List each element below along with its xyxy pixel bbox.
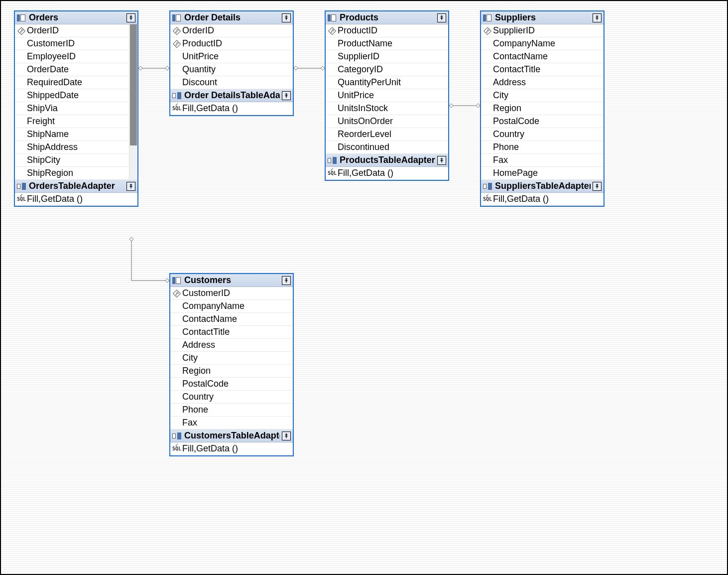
column-row[interactable]: ⚿OrderID (15, 24, 137, 37)
column-row[interactable]: UnitsOnOrder (326, 115, 448, 128)
entity-header[interactable]: Suppliers⤉ (481, 11, 604, 24)
collapse-icon[interactable]: ⤉ (126, 13, 135, 22)
sql-icon-slot: SQL (327, 170, 338, 176)
collapse-icon[interactable]: ⤉ (282, 13, 291, 22)
svg-marker-4 (294, 66, 298, 70)
collapse-icon[interactable]: ⤉ (126, 182, 135, 191)
column-row[interactable]: CategoryID (326, 63, 448, 76)
column-row[interactable]: ⚿CustomerID (170, 287, 293, 300)
column-row[interactable]: Freight (15, 115, 137, 128)
collapse-icon[interactable]: ⤉ (282, 431, 291, 440)
column-name: City (493, 90, 602, 101)
column-row[interactable]: ⚿SupplierID (481, 24, 604, 37)
column-row[interactable]: OrderDate (15, 63, 137, 76)
entity-products[interactable]: Products⤉⚿ProductIDProductNameSupplierID… (325, 10, 449, 181)
svg-marker-8 (476, 104, 480, 108)
column-row[interactable]: Country (170, 391, 293, 404)
adapter-method-row[interactable]: SQLFill,GetData () (170, 442, 293, 455)
vertical-scrollbar[interactable] (129, 24, 137, 180)
column-row[interactable]: Discontinued (326, 141, 448, 154)
adapter-method-row[interactable]: SQLFill,GetData () (170, 102, 293, 115)
column-row[interactable]: ProductName (326, 37, 448, 50)
column-row[interactable]: ShipCity (15, 154, 137, 167)
column-row[interactable]: ⚿OrderID (170, 24, 293, 37)
column-list: ⚿OrderIDCustomerIDEmployeeIDOrderDateReq… (15, 24, 137, 180)
column-row[interactable]: CustomerID (15, 37, 137, 50)
scrollbar-thumb[interactable] (130, 24, 137, 145)
column-row[interactable]: Region (481, 102, 604, 115)
column-row[interactable]: CompanyName (481, 37, 604, 50)
adapter-icon (483, 183, 492, 190)
column-row[interactable]: ⚿ProductID (326, 24, 448, 37)
column-name: Address (493, 77, 602, 88)
entity-header[interactable]: Products⤉ (326, 11, 448, 24)
entity-header[interactable]: Customers⤉ (170, 274, 293, 287)
column-row[interactable]: EmployeeID (15, 50, 137, 63)
collapse-icon[interactable]: ⤉ (593, 182, 602, 191)
adapter-header[interactable]: Order DetailsTableAdapter⤉ (170, 89, 293, 102)
column-row[interactable]: ShipName (15, 128, 137, 141)
column-row[interactable]: UnitsInStock (326, 102, 448, 115)
adapter-header[interactable]: SuppliersTableAdapter⤉ (481, 180, 604, 193)
column-row[interactable]: ShipRegion (15, 167, 137, 180)
column-row[interactable]: QuantityPerUnit (326, 76, 448, 89)
entity-header[interactable]: Orders⤉ (15, 11, 137, 24)
collapse-icon[interactable]: ⤉ (437, 156, 446, 165)
column-row[interactable]: Country (481, 128, 604, 141)
collapse-icon[interactable]: ⤉ (593, 13, 602, 22)
column-row[interactable]: CompanyName (170, 300, 293, 313)
column-row[interactable]: Region (170, 365, 293, 378)
column-name: Fax (182, 418, 291, 428)
column-name: UnitsOnOrder (338, 116, 446, 127)
entity-customers[interactable]: Customers⤉⚿CustomerIDCompanyNameContactN… (169, 273, 294, 456)
svg-marker-1 (138, 66, 142, 70)
column-row[interactable]: PostalCode (170, 378, 293, 391)
column-row[interactable]: Discount (170, 76, 293, 89)
svg-marker-5 (321, 66, 325, 70)
column-row[interactable]: ContactTitle (481, 63, 604, 76)
adapter-header[interactable]: CustomersTableAdapter⤉ (170, 430, 293, 442)
column-name: Discontinued (338, 142, 446, 152)
adapter-method-row[interactable]: SQLFill,GetData () (15, 193, 137, 206)
column-name: EmployeeID (27, 51, 135, 62)
adapter-method-row[interactable]: SQLFill,GetData () (326, 167, 448, 180)
entity-suppliers[interactable]: Suppliers⤉⚿SupplierIDCompanyNameContactN… (480, 10, 605, 207)
column-row[interactable]: HomePage (481, 167, 604, 180)
column-row[interactable]: Fax (170, 417, 293, 430)
adapter-header[interactable]: ProductsTableAdapter⤉ (326, 154, 448, 167)
key-icon-slot: ⚿ (171, 289, 182, 297)
column-row[interactable]: PostalCode (481, 115, 604, 128)
column-row[interactable]: Phone (481, 141, 604, 154)
column-row[interactable]: ⚿ProductID (170, 37, 293, 50)
column-row[interactable]: UnitPrice (170, 50, 293, 63)
column-row[interactable]: Quantity (170, 63, 293, 76)
column-row[interactable]: City (481, 89, 604, 102)
table-icon (172, 277, 181, 284)
column-row[interactable]: ShipVia (15, 102, 137, 115)
adapter-header[interactable]: OrdersTableAdapter⤉ (15, 180, 137, 193)
column-row[interactable]: Address (481, 76, 604, 89)
column-row[interactable]: Address (170, 339, 293, 352)
column-row[interactable]: Fax (481, 154, 604, 167)
column-row[interactable]: Phone (170, 404, 293, 417)
column-row[interactable]: ContactName (481, 50, 604, 63)
entity-header[interactable]: Order Details⤉ (170, 11, 293, 24)
dataset-designer-canvas[interactable]: Orders⤉⚿OrderIDCustomerIDEmployeeIDOrder… (0, 0, 728, 575)
column-row[interactable]: ShipAddress (15, 141, 137, 154)
column-row[interactable]: ReorderLevel (326, 128, 448, 141)
column-row[interactable]: RequiredDate (15, 76, 137, 89)
collapse-icon[interactable]: ⤉ (282, 91, 291, 100)
sql-icon-slot: SQL (171, 446, 182, 451)
column-row[interactable]: ContactTitle (170, 326, 293, 339)
collapse-icon[interactable]: ⤉ (437, 13, 446, 22)
column-row[interactable]: ContactName (170, 313, 293, 326)
entity-order-details[interactable]: Order Details⤉⚿OrderID⚿ProductIDUnitPric… (169, 10, 294, 116)
adapter-method-row[interactable]: SQLFill,GetData () (481, 193, 604, 206)
column-row[interactable]: City (170, 352, 293, 365)
entity-orders[interactable]: Orders⤉⚿OrderIDCustomerIDEmployeeIDOrder… (14, 10, 138, 207)
column-row[interactable]: UnitPrice (326, 89, 448, 102)
column-row[interactable]: SupplierID (326, 50, 448, 63)
column-row[interactable]: ShippedDate (15, 89, 137, 102)
collapse-icon[interactable]: ⤉ (282, 276, 291, 285)
column-name: ContactName (493, 51, 602, 62)
